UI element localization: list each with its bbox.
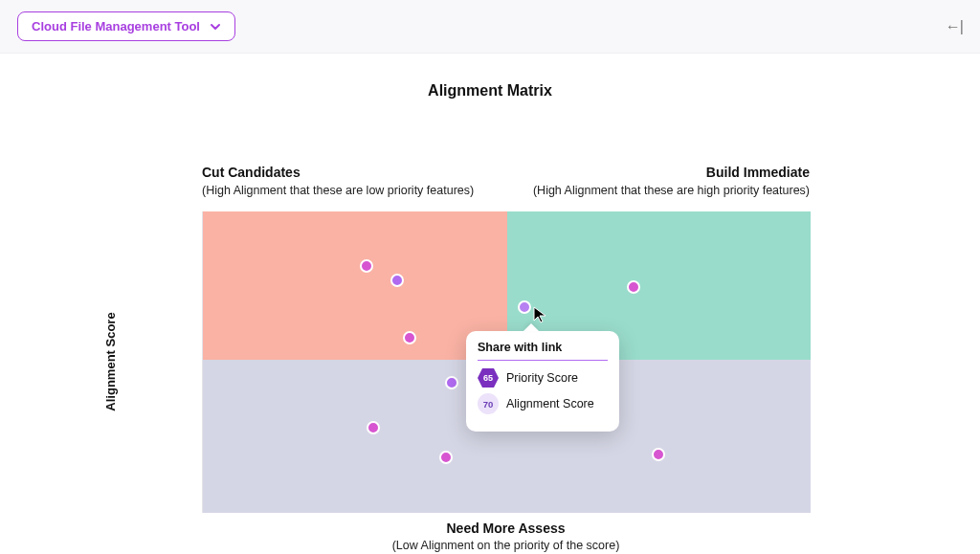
- data-point[interactable]: [360, 259, 373, 273]
- data-point[interactable]: [652, 448, 665, 461]
- chevron-down-icon: [210, 21, 221, 33]
- data-point[interactable]: [390, 274, 404, 287]
- tooltip-alignment-label: Alignment Score: [506, 397, 594, 410]
- dataset-selector-label: Cloud File Management Tool: [32, 19, 200, 33]
- y-axis-label: Alignment Score: [103, 312, 118, 410]
- hexagon-badge-icon: 65: [478, 368, 499, 388]
- data-point[interactable]: [403, 331, 416, 344]
- quadrant-label-build-immediate: Build Immediate (High Alignment that the…: [508, 165, 810, 197]
- tooltip-title: Share with link: [478, 341, 608, 361]
- tooltip-row-alignment: 70 Alignment Score: [478, 393, 608, 414]
- data-point[interactable]: [627, 280, 640, 294]
- quadrant-labels-top: Cut Candidates (High Alignment that thes…: [202, 165, 810, 197]
- data-point[interactable]: [439, 451, 453, 464]
- quadrant-label-cut-candidates: Cut Candidates (High Alignment that thes…: [202, 165, 503, 197]
- chart-wrapper: Alignment Matrix Cut Candidates (High Al…: [0, 54, 980, 554]
- tooltip-priority-label: Priority Score: [506, 371, 578, 385]
- tooltip-row-priority: 65 Priority Score: [478, 368, 608, 388]
- quadrant-cut-candidates: [203, 211, 507, 360]
- data-point[interactable]: [367, 421, 380, 434]
- chart-title: Alignment Matrix: [0, 82, 980, 100]
- dataset-selector[interactable]: Cloud File Management Tool: [17, 11, 235, 41]
- circle-badge-icon: 70: [478, 393, 499, 414]
- collapse-panel-icon[interactable]: ←|: [946, 18, 963, 35]
- data-point-tooltip: Share with link 65 Priority Score 70 Ali…: [466, 331, 619, 432]
- data-point-selected[interactable]: [518, 300, 531, 314]
- quadrant-label-need-more-assess: Need More Assess (Low Alignment on the p…: [202, 521, 810, 552]
- data-point[interactable]: [445, 376, 458, 389]
- topbar: Cloud File Management Tool ←|: [0, 0, 980, 54]
